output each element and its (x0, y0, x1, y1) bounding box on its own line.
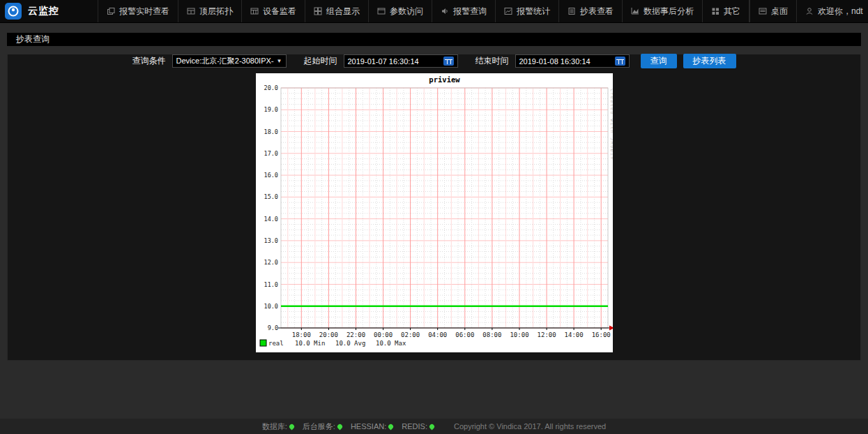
menu-item-2[interactable]: 顶层拓扑 (178, 0, 242, 22)
status-item-2: 后台服务: (303, 421, 342, 432)
svg-text:20.0: 20.0 (264, 84, 277, 91)
condition-label: 查询条件 (132, 55, 166, 67)
app-logo-icon (5, 3, 22, 20)
svg-text:12:00: 12:00 (537, 331, 556, 338)
svg-text:15.0: 15.0 (264, 193, 277, 200)
menu-item-label: 数据事后分析 (644, 6, 694, 17)
alarm-stats-icon (504, 7, 512, 15)
status-label: HESSIAN: (351, 422, 386, 431)
svg-text:04:00: 04:00 (428, 331, 447, 338)
status-ok-pin-icon (288, 423, 295, 430)
svg-text:02:00: 02:00 (401, 331, 420, 338)
desktop-icon (759, 7, 767, 15)
svg-text:11.0: 11.0 (264, 281, 277, 288)
user-menu-item-2[interactable]: 欢迎你，ndt (797, 0, 868, 22)
svg-text:19.0: 19.0 (264, 106, 277, 113)
copyright-text: Copyright © Vindica 2017. All rights res… (454, 422, 606, 431)
main-menu: 报警实时查看顶层拓扑设备监看组合显示参数访问报警查询报警统计抄表查看数据事后分析… (98, 0, 749, 22)
topbar: 云监控 报警实时查看顶层拓扑设备监看组合显示参数访问报警查询报警统计抄表查看数据… (0, 0, 868, 23)
menu-item-10[interactable]: 其它 (703, 0, 749, 22)
end-time-label: 结束时间 (475, 55, 509, 67)
menu-item-4[interactable]: 组合显示 (305, 0, 369, 22)
status-ok-pin-icon (336, 423, 343, 430)
status-item-3: HESSIAN: (351, 422, 393, 431)
query-button[interactable]: 查询 (641, 54, 677, 68)
chevron-down-icon: ▼ (277, 58, 282, 64)
svg-text:12.0: 12.0 (264, 259, 277, 266)
svg-text:13.0: 13.0 (264, 237, 277, 244)
svg-text:06:00: 06:00 (455, 331, 474, 338)
svg-text:10:00: 10:00 (510, 331, 528, 338)
menu-item-label: 报警统计 (517, 6, 550, 17)
brand: 云监控 (0, 0, 98, 22)
combo-display-icon (314, 7, 322, 15)
svg-text:22:00: 22:00 (346, 331, 365, 338)
menu-item-8[interactable]: 抄表查看 (559, 0, 623, 22)
menu-item-label: 其它 (724, 6, 740, 17)
menu-item-7[interactable]: 报警统计 (496, 0, 559, 22)
menu-item-3[interactable]: 设备监看 (242, 0, 305, 22)
user-menu: 桌面欢迎你，ndt退出系统 (749, 0, 868, 22)
svg-text:14:00: 14:00 (564, 331, 583, 338)
device-select-value: Device:北京-汇聚2-3080IPX--2 (176, 56, 274, 66)
menu-item-label: 报警查询 (453, 6, 487, 17)
menu-item-label: 顶层拓扑 (199, 6, 233, 17)
menu-item-label: 组合显示 (326, 6, 360, 17)
menu-item-label: 报警实时查看 (119, 6, 169, 17)
menu-item-9[interactable]: 数据事后分析 (623, 0, 703, 22)
menu-item-label: 桌面 (771, 6, 788, 17)
svg-text:18.0: 18.0 (264, 128, 277, 135)
menu-item-6[interactable]: 报警查询 (432, 0, 496, 22)
status-label: 后台服务: (303, 421, 335, 432)
menu-item-1[interactable]: 报警实时查看 (98, 0, 178, 22)
end-time-input[interactable]: 2019-01-08 16:30:14 (515, 54, 630, 68)
start-time-input[interactable]: 2019-01-07 16:30:14 (344, 54, 458, 68)
svg-text:10.0 Min: 10.0 Min (295, 340, 325, 347)
menu-item-label: 设备监看 (263, 6, 296, 17)
svg-text:16.0: 16.0 (264, 172, 277, 179)
chart-title: priview (429, 75, 460, 84)
topology-icon (187, 7, 195, 15)
alarm-realtime-icon (107, 7, 115, 15)
svg-text:real: real (268, 340, 284, 347)
meter-view-icon (568, 7, 576, 15)
calendar-icon[interactable] (615, 57, 625, 66)
end-time-value: 2019-01-08 16:30:14 (519, 57, 591, 66)
status-ok-pin-icon (388, 423, 395, 430)
svg-text:9.0: 9.0 (267, 324, 277, 331)
status-item-4: REDIS: (402, 422, 434, 431)
calendar-icon[interactable] (443, 57, 454, 66)
meter-query-section: 抄表查询 查询条件 Device:北京-汇聚2-3080IPX--2 ▼ 起始时… (7, 33, 861, 361)
svg-text:16:00: 16:00 (591, 331, 610, 338)
svg-text:17.0: 17.0 (264, 150, 277, 157)
svg-text:00:00: 00:00 (374, 331, 393, 338)
menu-item-label: 抄表查看 (580, 6, 614, 17)
svg-text:20:00: 20:00 (319, 331, 337, 338)
menu-item-label: 参数访问 (390, 6, 423, 17)
svg-text:18:00: 18:00 (291, 331, 310, 338)
data-analysis-icon (631, 7, 639, 15)
start-time-value: 2019-01-07 16:30:14 (348, 57, 419, 66)
status-ok-pin-icon (429, 423, 436, 430)
footer: 数据库:后台服务:HESSIAN:REDIS: Copyright © Vind… (0, 419, 868, 434)
svg-text:14.0: 14.0 (264, 216, 277, 223)
meter-list-button[interactable]: 抄表列表 (683, 54, 736, 68)
query-form: 查询条件 Device:北京-汇聚2-3080IPX--2 ▼ 起始时间 201… (8, 54, 860, 68)
device-monitor-icon (250, 7, 259, 15)
other-icon (711, 7, 719, 15)
section-body: 查询条件 Device:北京-汇聚2-3080IPX--2 ▼ 起始时间 201… (7, 54, 861, 361)
meter-chart: priview 9.010.011.012.013.014.015.016.01… (256, 73, 613, 352)
svg-text:10.0 Avg: 10.0 Avg (335, 340, 365, 347)
start-time-label: 起始时间 (304, 55, 337, 67)
status-label: 数据库: (262, 421, 287, 432)
status-label: REDIS: (402, 422, 427, 431)
chart-watermark: Created with JRobin (609, 89, 613, 160)
section-title: 抄表查询 (7, 33, 861, 46)
user-menu-item-1[interactable]: 桌面 (750, 0, 797, 22)
svg-text:08:00: 08:00 (482, 331, 501, 338)
menu-item-5[interactable]: 参数访问 (369, 0, 432, 22)
status-item-1: 数据库: (262, 421, 294, 432)
user-icon (805, 7, 814, 15)
device-select[interactable]: Device:北京-汇聚2-3080IPX--2 ▼ (172, 54, 287, 68)
svg-text:10.0: 10.0 (264, 303, 277, 310)
